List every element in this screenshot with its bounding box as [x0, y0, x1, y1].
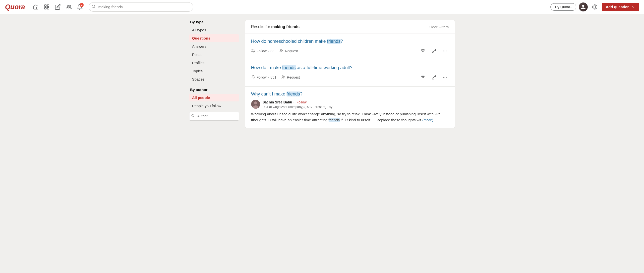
- svg-point-13: [280, 49, 282, 50]
- sidebar-item-answers[interactable]: Answers: [189, 42, 239, 50]
- more-icon: [442, 75, 447, 80]
- author-input-wrap: [189, 112, 239, 121]
- more-options-button[interactable]: [441, 47, 449, 55]
- result-item: How do homeschooled children make friend…: [245, 34, 455, 60]
- question-actions: Follow · 83: [251, 47, 449, 55]
- add-question-button[interactable]: Add question: [602, 3, 639, 11]
- highlight-text: friends: [328, 118, 340, 122]
- follow-button[interactable]: Follow · 83: [251, 48, 274, 54]
- sidebar-item-topics[interactable]: Topics: [189, 67, 239, 75]
- site-header: Quora: [0, 0, 644, 14]
- by-type-heading: By type: [189, 20, 239, 24]
- question-link[interactable]: How do homeschooled children make friend…: [251, 39, 449, 44]
- svg-rect-23: [422, 76, 424, 77]
- results-header: Results for making friends Clear Filters: [245, 20, 455, 34]
- follow-icon: [251, 75, 255, 80]
- sidebar-item-all-types[interactable]: All types: [189, 26, 239, 34]
- result-item: Why can't I make friends?: [245, 86, 455, 128]
- svg-point-5: [69, 5, 71, 6]
- question-actions: Follow · 851: [251, 73, 449, 81]
- search-bar: making friends: [88, 2, 193, 12]
- request-icon: [281, 75, 285, 80]
- more-link[interactable]: (more): [422, 118, 433, 122]
- author-name: Sachin Sree Babu: [263, 100, 292, 104]
- more-options-button[interactable]: [441, 73, 449, 81]
- svg-point-17: [443, 51, 444, 51]
- sidebar-item-spaces[interactable]: Spaces: [189, 75, 239, 83]
- question-link[interactable]: How do I make friends as a full-time wor…: [251, 65, 449, 70]
- svg-rect-16: [422, 49, 424, 50]
- downvote-button[interactable]: [419, 47, 427, 55]
- results-panel: Results for making friends Clear Filters…: [245, 20, 455, 128]
- clear-filters-button[interactable]: Clear Filters: [429, 25, 449, 29]
- svg-line-7: [94, 7, 95, 8]
- sidebar-divider: [189, 83, 239, 87]
- highlight-text: friends: [286, 91, 300, 96]
- request-button[interactable]: Request: [281, 74, 300, 81]
- question-link[interactable]: Why can't I make friends?: [251, 91, 449, 97]
- svg-point-10: [192, 114, 194, 117]
- svg-rect-3: [47, 7, 49, 9]
- author-meta: PAT at Cognizant (company) (2017–present…: [263, 105, 332, 109]
- svg-point-20: [282, 76, 284, 77]
- question-actions-left: Follow · 83: [251, 48, 298, 54]
- home-nav-button[interactable]: [31, 2, 41, 12]
- spaces-icon: [66, 4, 72, 10]
- highlight-text: friends: [282, 65, 296, 70]
- result-item: How do I make friends as a full-time wor…: [245, 60, 455, 86]
- share-icon: [432, 75, 436, 80]
- question-actions-right: [419, 47, 449, 55]
- follow-button[interactable]: Follow · 851: [251, 74, 276, 81]
- svg-point-24: [443, 77, 444, 78]
- author-search-input[interactable]: [189, 112, 239, 121]
- sidebar-item-people-you-follow[interactable]: People you follow: [189, 102, 239, 110]
- question-actions-right: [419, 73, 449, 81]
- try-quora-button[interactable]: Try Quora+: [550, 3, 576, 11]
- by-author-heading: By author: [189, 87, 239, 92]
- main-content: Results for making friends Clear Filters…: [245, 20, 455, 128]
- nav-icons: 2: [31, 2, 85, 12]
- write-nav-button[interactable]: [53, 2, 63, 12]
- answer-header: Sachin Sree Babu · Follow PAT at Cogniza…: [251, 100, 449, 109]
- downvote-icon: [420, 75, 426, 80]
- header-right: Try Quora+ Add question: [550, 2, 639, 11]
- notifications-nav-button[interactable]: 2: [75, 2, 85, 12]
- svg-rect-2: [44, 7, 46, 9]
- svg-point-28: [254, 101, 257, 104]
- more-icon: [442, 48, 447, 53]
- svg-rect-0: [44, 5, 46, 6]
- downvote-button[interactable]: [419, 73, 427, 81]
- svg-line-11: [194, 116, 194, 117]
- sidebar-item-all-people[interactable]: All people: [189, 94, 239, 101]
- svg-rect-1: [47, 5, 49, 6]
- request-button[interactable]: Request: [279, 48, 298, 54]
- sidebar-item-questions[interactable]: Questions: [189, 34, 239, 42]
- user-avatar-button[interactable]: [579, 2, 588, 11]
- author-name-row: Sachin Sree Babu · Follow: [263, 100, 332, 104]
- request-icon: [279, 49, 283, 53]
- svg-line-12: [251, 49, 252, 49]
- sidebar-item-posts[interactable]: Posts: [189, 51, 239, 58]
- edit-icon: [55, 4, 61, 10]
- share-button[interactable]: [430, 47, 438, 55]
- avatar: [579, 2, 588, 11]
- globe-icon: [592, 4, 598, 10]
- home-icon: [33, 4, 39, 10]
- highlight-text: friends: [327, 39, 340, 44]
- avatar-circle: [251, 100, 260, 109]
- svg-point-25: [444, 77, 445, 78]
- spaces-nav-button[interactable]: [64, 2, 74, 12]
- svg-point-19: [446, 51, 446, 51]
- feed-nav-button[interactable]: [42, 2, 52, 12]
- downvote-icon: [420, 48, 426, 53]
- search-input[interactable]: making friends: [88, 2, 193, 12]
- feed-icon: [44, 4, 50, 10]
- quora-logo[interactable]: Quora: [5, 3, 25, 11]
- author-follow-button[interactable]: Follow: [296, 100, 306, 104]
- sidebar-item-profiles[interactable]: Profiles: [189, 59, 239, 67]
- share-icon: [432, 48, 436, 53]
- language-button[interactable]: [590, 2, 599, 11]
- sidebar: By type All types Questions Answers Post…: [189, 20, 239, 128]
- share-button[interactable]: [430, 73, 438, 81]
- chevron-down-icon: [632, 5, 635, 9]
